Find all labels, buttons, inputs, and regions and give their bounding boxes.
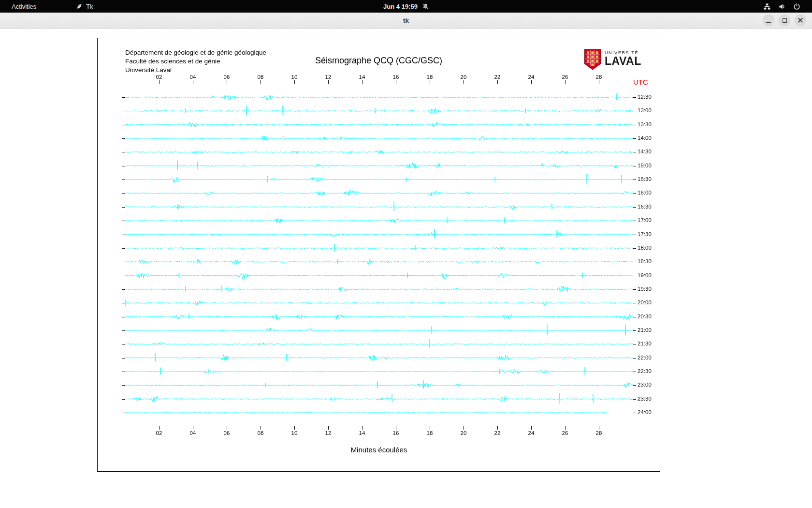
top-bar: Activities Tk Jun 4 19:59 xyxy=(0,0,812,13)
trace-time-label: 20:30 xyxy=(638,314,652,319)
trace-time-label: 19:00 xyxy=(638,272,652,278)
x-tick-label-top: 04 xyxy=(190,74,196,80)
trace-time-label: 19:30 xyxy=(638,286,652,292)
window-title: tk xyxy=(403,17,409,24)
trace-time-label: 17:00 xyxy=(638,217,652,223)
trace-time-label: 21:00 xyxy=(638,327,652,333)
x-tick-label-bottom: 14 xyxy=(359,430,365,436)
x-tick-label-bottom: 06 xyxy=(224,430,230,436)
x-tick-label-bottom: 08 xyxy=(258,430,264,436)
trace-time-label: 15:00 xyxy=(638,163,652,168)
utc-axis-label: UTC xyxy=(633,78,648,86)
x-tick-label-top: 02 xyxy=(156,74,162,80)
trace-time-label: 20:00 xyxy=(638,299,652,305)
seismogram-canvas xyxy=(98,38,661,472)
x-tick-label-bottom: 16 xyxy=(393,430,399,436)
tk-app-icon xyxy=(76,3,83,10)
trace-time-label: 12:30 xyxy=(638,94,652,100)
x-tick-label-bottom: 26 xyxy=(562,430,568,436)
trace-time-label: 24:00 xyxy=(638,409,652,415)
x-tick-label-bottom: 28 xyxy=(596,430,602,436)
power-icon xyxy=(793,3,800,10)
trace-time-label: 13:30 xyxy=(638,121,652,127)
window-controls xyxy=(763,15,806,26)
network-icon xyxy=(763,3,771,10)
system-tray[interactable] xyxy=(757,2,806,11)
trace-time-label: 23:00 xyxy=(638,382,652,388)
minimize-icon xyxy=(766,22,771,23)
activities-button[interactable]: Activities xyxy=(7,2,41,11)
x-tick-label-bottom: 12 xyxy=(325,430,332,436)
volume-icon xyxy=(778,3,786,10)
x-tick-label-top: 18 xyxy=(427,74,433,80)
logo-text: UNIVERSITÉ LAVAL xyxy=(605,50,641,67)
trace-time-label: 17:30 xyxy=(638,231,652,237)
plot-title: Séismographe QCQ (CGC/GSC) xyxy=(98,56,660,66)
close-button[interactable] xyxy=(795,15,806,26)
institution-line-3: Université Laval xyxy=(125,66,266,75)
x-tick-label-top: 12 xyxy=(325,74,332,80)
laval-shield-icon xyxy=(584,49,601,70)
x-tick-label-top: 16 xyxy=(393,74,399,80)
x-tick-label-top: 24 xyxy=(528,74,535,80)
x-tick-label-top: 06 xyxy=(224,74,230,80)
trace-time-label: 14:00 xyxy=(638,135,652,141)
app-menu-label: Tk xyxy=(86,3,93,10)
maximize-button[interactable] xyxy=(779,15,790,26)
trace-time-label: 18:00 xyxy=(638,245,652,251)
x-tick-label-bottom: 10 xyxy=(291,430,298,436)
maximize-icon xyxy=(783,18,787,23)
clock-label: Jun 4 19:59 xyxy=(383,3,418,10)
x-tick-label-top: 10 xyxy=(291,74,298,80)
x-tick-label-bottom: 22 xyxy=(494,430,501,436)
app-menu[interactable]: Tk xyxy=(72,2,97,11)
x-tick-label-top: 20 xyxy=(461,74,467,80)
x-axis-title: Minutes écoulées xyxy=(125,446,633,454)
x-tick-label-top: 28 xyxy=(596,74,602,80)
x-tick-label-top: 14 xyxy=(359,74,365,80)
x-tick-label-bottom: 24 xyxy=(528,430,535,436)
trace-time-label: 18:30 xyxy=(638,258,652,264)
trace-time-label: 13:00 xyxy=(638,107,652,113)
minimize-button[interactable] xyxy=(763,15,774,26)
x-tick-label-top: 26 xyxy=(562,74,568,80)
trace-time-label: 14:30 xyxy=(638,149,652,154)
trace-time-label: 21:30 xyxy=(638,341,652,346)
x-tick-label-bottom: 04 xyxy=(190,430,196,436)
notifications-muted-icon xyxy=(422,3,429,10)
trace-time-label: 22:30 xyxy=(638,368,652,374)
trace-time-label: 16:30 xyxy=(638,204,652,209)
trace-time-label: 22:00 xyxy=(638,355,652,360)
x-tick-label-bottom: 20 xyxy=(461,430,467,436)
universite-laval-logo: UNIVERSITÉ LAVAL xyxy=(584,49,641,70)
x-tick-label-bottom: 02 xyxy=(156,430,162,436)
window-content: Département de géologie et de génie géol… xyxy=(0,29,812,508)
close-icon xyxy=(798,17,803,23)
seismograph-canvas-frame: Département de géologie et de génie géol… xyxy=(97,38,660,472)
trace-time-label: 23:30 xyxy=(638,396,652,402)
clock-area[interactable]: Jun 4 19:59 xyxy=(383,3,429,10)
logo-text-laval: LAVAL xyxy=(605,55,641,67)
trace-time-label: 15:30 xyxy=(638,176,652,182)
x-tick-label-bottom: 18 xyxy=(427,430,433,436)
x-tick-label-top: 08 xyxy=(258,74,264,80)
window-title-bar[interactable]: tk xyxy=(0,13,812,29)
trace-time-label: 16:00 xyxy=(638,190,652,195)
x-tick-label-top: 22 xyxy=(494,74,501,80)
